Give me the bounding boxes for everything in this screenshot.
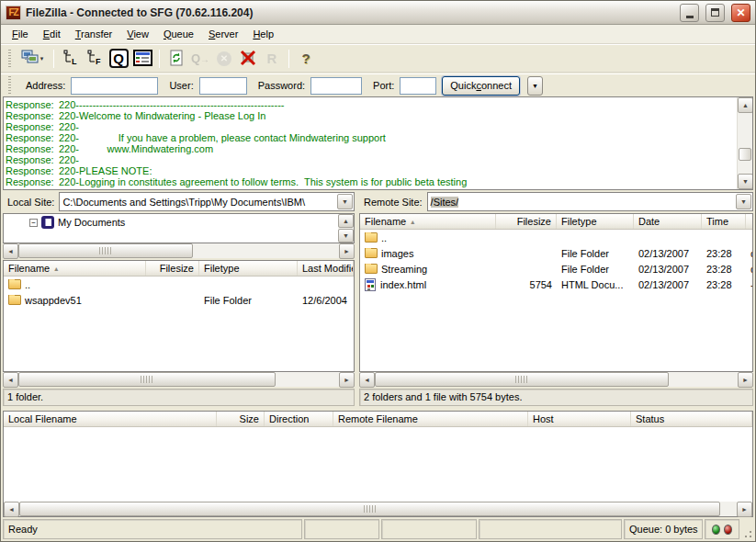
column-header-size[interactable]: Size bbox=[217, 412, 265, 426]
scroll-left-button[interactable]: ◄ bbox=[4, 502, 19, 517]
local-site-path[interactable]: C:\Documents and Settings\Tripp\My Docum… bbox=[60, 197, 336, 208]
user-input[interactable] bbox=[199, 77, 247, 95]
address-input[interactable] bbox=[71, 77, 158, 95]
scroll-down-button[interactable]: ▼ bbox=[738, 174, 753, 189]
remote-file-row[interactable]: Streaming File Folder 02/13/2007 23:28 d bbox=[360, 261, 752, 277]
file-name-cell[interactable]: index.html bbox=[360, 278, 496, 291]
column-header-local-filename[interactable]: Local Filename bbox=[4, 412, 217, 426]
toggle-queue-button[interactable]: Q bbox=[107, 48, 130, 70]
log-vertical-scrollbar[interactable]: ▲ ▼ bbox=[737, 97, 752, 189]
remote-file-list[interactable]: Filename▴ Filesize Filetype Date Time ..… bbox=[359, 213, 753, 372]
menu-transfer[interactable]: Transfer bbox=[68, 27, 120, 42]
help-button[interactable]: ? bbox=[295, 48, 317, 70]
column-header-filename[interactable]: Filename▴ bbox=[360, 214, 496, 229]
log-scrollbar-thumb[interactable] bbox=[739, 148, 751, 161]
toggle-remote-tree-button[interactable]: F bbox=[84, 48, 106, 70]
process-queue-button[interactable]: Q→ bbox=[189, 48, 211, 70]
local-file-row[interactable]: wsappdev51 File Folder 12/6/2004 bbox=[4, 292, 354, 308]
site-manager-button[interactable]: ▾ bbox=[17, 48, 48, 70]
column-header-filetype[interactable]: Filetype bbox=[557, 214, 634, 229]
local-file-list[interactable]: Filename▴ Filesize Filetype Last Modifie… bbox=[3, 260, 355, 372]
remote-file-row[interactable]: images File Folder 02/13/2007 23:28 d bbox=[360, 245, 752, 261]
tree-scrollbar-thumb[interactable] bbox=[18, 243, 193, 258]
remote-file-row[interactable]: index.html 5754 HTML Docu... 02/13/2007 … bbox=[360, 277, 752, 292]
quickconnect-dropdown-button[interactable]: ▼ bbox=[527, 76, 543, 96]
column-header-remote-filename[interactable]: Remote Filename bbox=[333, 412, 528, 426]
tree-vertical-scrollbar[interactable]: ▲ ▼ bbox=[338, 214, 354, 243]
scroll-right-button[interactable]: ► bbox=[738, 372, 753, 388]
column-header-status[interactable]: Status bbox=[631, 412, 752, 426]
column-header-date[interactable]: Date bbox=[634, 214, 702, 229]
filezilla-window: FZ FileZilla - Connected to SFG (70.62.1… bbox=[0, 0, 756, 542]
tree-horizontal-scrollbar[interactable]: ◄ ► bbox=[3, 243, 355, 258]
cancel-button[interactable]: ✕ bbox=[213, 48, 235, 70]
local-tree[interactable]: − My Documents ▲ ▼ bbox=[3, 213, 355, 243]
scroll-up-button[interactable]: ▲ bbox=[738, 97, 753, 113]
file-name-cell[interactable]: .. bbox=[4, 279, 146, 290]
menu-help[interactable]: Help bbox=[245, 27, 281, 42]
menu-edit[interactable]: Edit bbox=[36, 27, 68, 42]
port-input[interactable] bbox=[400, 77, 436, 95]
menu-file[interactable]: File bbox=[5, 27, 36, 42]
menu-view[interactable]: View bbox=[119, 27, 156, 42]
remote-site-combobox[interactable]: /Sites/ ▼ bbox=[427, 192, 753, 211]
scroll-right-button[interactable]: ► bbox=[339, 372, 355, 388]
local-list-horizontal-scrollbar[interactable]: ◄ ► bbox=[3, 372, 355, 387]
remote-list-horizontal-scrollbar[interactable]: ◄ ► bbox=[359, 372, 753, 387]
menu-queue[interactable]: Queue bbox=[156, 27, 201, 42]
scroll-right-button[interactable]: ► bbox=[339, 243, 355, 259]
quickconnect-button[interactable]: Quickconnect bbox=[442, 76, 520, 96]
local-scrollbar-thumb[interactable] bbox=[18, 372, 276, 387]
local-site-combobox[interactable]: C:\Documents and Settings\Tripp\My Docum… bbox=[59, 192, 355, 211]
column-header-last-modified[interactable]: Last Modified bbox=[298, 261, 354, 276]
refresh-button[interactable] bbox=[165, 48, 187, 70]
toggle-local-tree-button[interactable]: L bbox=[60, 48, 82, 70]
reconnect-button[interactable]: R bbox=[261, 48, 283, 70]
scroll-left-button[interactable]: ◄ bbox=[359, 372, 375, 388]
remote-site-dropdown-button[interactable]: ▼ bbox=[736, 194, 751, 209]
file-name-cell[interactable]: .. bbox=[360, 232, 496, 243]
column-header-filesize[interactable]: Filesize bbox=[496, 214, 557, 229]
queue-horizontal-scrollbar[interactable]: ◄ ► bbox=[4, 502, 752, 516]
file-name-cell[interactable]: images bbox=[360, 248, 496, 259]
scroll-right-button[interactable]: ► bbox=[737, 502, 752, 517]
local-site-dropdown-button[interactable]: ▼ bbox=[337, 194, 353, 209]
toolbar-separator bbox=[53, 50, 54, 68]
scroll-up-button[interactable]: ▲ bbox=[338, 214, 354, 228]
scroll-left-button[interactable]: ◄ bbox=[3, 372, 18, 388]
file-name-cell[interactable]: Streaming bbox=[360, 264, 496, 275]
column-header-filetype[interactable]: Filetype bbox=[199, 261, 298, 276]
column-header-permissions[interactable] bbox=[746, 214, 753, 229]
column-header-host[interactable]: Host bbox=[528, 412, 631, 426]
column-header-filesize[interactable]: Filesize bbox=[146, 261, 199, 276]
toolbar-gripper[interactable] bbox=[8, 50, 11, 68]
close-button[interactable]: ✕ bbox=[731, 4, 750, 22]
local-file-row[interactable]: .. bbox=[4, 277, 354, 292]
column-header-filename[interactable]: Filename▴ bbox=[4, 261, 146, 276]
tree-item-my-documents[interactable]: − My Documents bbox=[29, 215, 354, 230]
disconnect-icon bbox=[240, 50, 257, 68]
scroll-left-button[interactable]: ◄ bbox=[3, 243, 18, 259]
remote-scrollbar-thumb[interactable] bbox=[375, 372, 669, 387]
column-header-time[interactable]: Time bbox=[702, 214, 746, 229]
toolbar-separator bbox=[159, 50, 160, 68]
collapse-icon[interactable]: − bbox=[29, 219, 38, 227]
maximize-button[interactable] bbox=[705, 4, 725, 22]
toggle-log-button[interactable] bbox=[131, 48, 153, 70]
scroll-down-button[interactable]: ▼ bbox=[338, 229, 354, 243]
menu-server[interactable]: Server bbox=[201, 27, 245, 42]
remote-file-row[interactable]: .. bbox=[360, 230, 752, 245]
quickconnect-gripper[interactable] bbox=[8, 76, 11, 95]
titlebar: FZ FileZilla - Connected to SFG (70.62.1… bbox=[1, 1, 755, 25]
minimize-icon bbox=[686, 16, 694, 18]
resize-grip[interactable] bbox=[741, 527, 753, 539]
file-name-cell[interactable]: wsappdev51 bbox=[4, 295, 146, 306]
column-header-direction[interactable]: Direction bbox=[265, 412, 333, 426]
queue-scrollbar-thumb[interactable] bbox=[19, 502, 720, 516]
transfer-queue[interactable]: Local Filename Size Direction Remote Fil… bbox=[3, 411, 753, 517]
password-input[interactable] bbox=[310, 77, 362, 95]
remote-site-path[interactable]: /Sites/ bbox=[428, 197, 735, 208]
disconnect-button[interactable] bbox=[237, 48, 259, 70]
minimize-button[interactable] bbox=[680, 4, 699, 22]
message-log[interactable]: Response:220----------------------------… bbox=[3, 96, 753, 190]
